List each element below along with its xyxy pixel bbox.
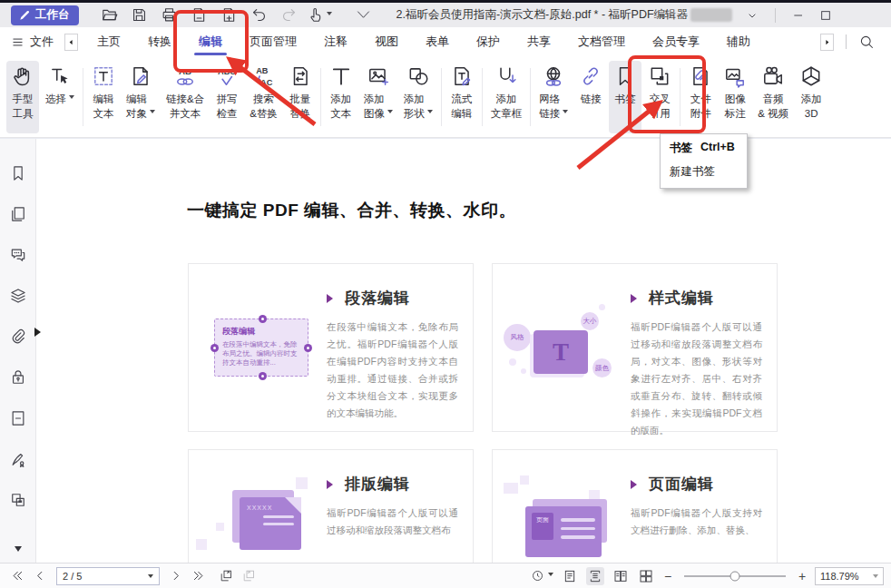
collapse-toolbar-button[interactable] [353, 5, 375, 26]
card-title: 样式编辑 [649, 288, 714, 309]
insert-pages-button[interactable] [219, 5, 240, 26]
tab-protect[interactable]: 保护 [463, 27, 514, 56]
panel-fields[interactable] [9, 491, 27, 509]
delete-pages-button[interactable] [189, 5, 211, 26]
open-file-button[interactable] [99, 5, 121, 26]
edit-object[interactable]: 编辑 对象 [122, 61, 160, 133]
bookmark-tooltip: 书签 Ctrl+B 新建书签 [660, 133, 748, 189]
continuous-facing-view-button[interactable] [637, 567, 655, 585]
hand-quick-button[interactable] [308, 5, 330, 26]
separator [482, 68, 483, 126]
dropdown-arrow-icon[interactable] [548, 573, 553, 579]
card-title: 页面编辑 [649, 474, 714, 495]
zoom-out-button[interactable]: − [662, 569, 673, 583]
card-body: 福昕PDF编辑器个人版可以通过移动和缩放段落调整文档布 [327, 505, 458, 539]
web-links[interactable]: 网络 链接 [534, 61, 573, 133]
edit-text[interactable]: 编辑 文本 [87, 61, 120, 133]
tab-view[interactable]: 视图 [361, 27, 412, 56]
tab-form[interactable]: 表单 [412, 27, 463, 56]
zoom-in-button[interactable]: + [797, 569, 808, 583]
tab-convert[interactable]: 转换 [134, 27, 185, 56]
bookmark-icon [9, 164, 27, 182]
add-text[interactable]: 添加 文本 [325, 61, 357, 133]
tooltip-title: 书签 [670, 141, 692, 156]
tab-member[interactable]: 会员专享 [639, 27, 713, 56]
minimize-button[interactable] [791, 8, 806, 23]
tab-edit[interactable]: 编辑 [185, 27, 236, 56]
ribbon-toolbar: 手型 工具 选择 编辑 文本 编辑 对象 AB 链接&合 并文本 ABC 拼写 … [0, 56, 891, 138]
tab-comment[interactable]: 注释 [310, 27, 361, 56]
print-icon [161, 6, 178, 24]
add-article-box[interactable]: 添加 文章框 [486, 61, 527, 133]
scroll-tabs-left-button[interactable] [64, 34, 78, 51]
account-chevron-down-icon[interactable] [745, 8, 759, 23]
file-attachment[interactable]: 文件 附件 [684, 61, 717, 133]
tab-home[interactable]: 主页 [83, 27, 134, 56]
batch-replace[interactable]: 批量 替换 [284, 61, 317, 133]
file-menu[interactable]: 文件 [0, 34, 61, 50]
undo-button[interactable] [249, 5, 270, 26]
single-page-view-button[interactable] [561, 567, 579, 585]
panel-comments[interactable] [9, 246, 27, 264]
add-shapes[interactable]: 添加 形状 [399, 61, 437, 133]
next-page-button[interactable] [169, 569, 182, 583]
panel-pages[interactable] [9, 205, 27, 223]
page-plus-icon [220, 6, 238, 24]
panel-destinations[interactable] [9, 409, 27, 427]
selection-handle-icon [259, 315, 267, 323]
page-number-box[interactable]: 2 / 5 [56, 567, 160, 585]
cross-reference[interactable]: 交叉 引用 [643, 61, 676, 133]
dropdown-arrow-icon [327, 12, 332, 18]
sidebar-expand-handle[interactable] [34, 328, 45, 337]
zoom-slider[interactable] [684, 575, 786, 577]
user-account-area[interactable] [690, 8, 732, 22]
tab-doc-manage[interactable]: 文档管理 [564, 27, 639, 56]
link[interactable]: 链接 [574, 61, 607, 133]
separator [530, 68, 531, 126]
image-annotation[interactable]: 图像 标注 [719, 61, 751, 133]
spell-check[interactable]: ABC 拼写 检查 [211, 61, 243, 133]
redo-button[interactable] [279, 5, 300, 26]
tab-share[interactable]: 共享 [514, 27, 564, 56]
tooltip-shortcut: Ctrl+B [700, 141, 735, 156]
select-icon [48, 63, 72, 90]
maximize-button[interactable] [818, 8, 833, 23]
workspace-button[interactable]: 工作台 [11, 5, 79, 25]
new-bookmark-menu-item[interactable]: 新建书签 [670, 164, 738, 180]
dropdown-arrow-icon [563, 110, 568, 116]
feature-card-paragraph-edit: 段落编辑 在段落中编辑文本，免除布局之忧。编辑内容时支持文本自动重排... 段落… [188, 263, 474, 432]
panel-bookmarks[interactable] [9, 164, 27, 182]
add-3d-icon [799, 63, 823, 90]
paragraph-edit-illustration: 段落编辑 在段落中编辑文本，免除布局之忧。编辑内容时支持文本自动重排... [189, 264, 325, 431]
zoom-level-box[interactable]: 118.79% [815, 567, 884, 585]
flow-edit[interactable]: 流式 编辑 [446, 61, 478, 133]
facing-view-button[interactable] [612, 567, 630, 585]
previous-view-button[interactable] [220, 569, 233, 583]
hand-tool[interactable]: 手型 工具 [6, 61, 39, 133]
add-image[interactable]: 添加 图像 [359, 61, 397, 133]
panel-security[interactable] [9, 368, 27, 387]
first-page-button[interactable] [11, 569, 24, 583]
tab-page-manage[interactable]: 页面管理 [236, 27, 310, 56]
bookmark[interactable]: 书签 [609, 61, 641, 133]
print-button[interactable] [159, 5, 181, 26]
select-tool[interactable]: 选择 [41, 61, 79, 133]
last-page-button[interactable] [191, 569, 205, 583]
link-merge-text[interactable]: AB 链接&合 并文本 [162, 61, 209, 133]
previous-page-button[interactable] [34, 569, 47, 583]
search-icon[interactable] [858, 34, 875, 50]
scroll-tabs-right-button[interactable] [820, 34, 834, 51]
save-button[interactable] [129, 5, 151, 26]
panel-layers[interactable] [9, 287, 27, 305]
continuous-view-button[interactable] [586, 567, 604, 585]
sidebar-more-icon[interactable] [15, 546, 22, 555]
audio-video[interactable]: 音频 & 视频 [753, 61, 793, 133]
auto-scroll-button[interactable] [531, 569, 544, 583]
add-3d[interactable]: 添加 3D [795, 61, 827, 133]
search-replace[interactable]: ABAC 搜索 &替换 [245, 61, 282, 133]
zoom-slider-knob[interactable] [730, 571, 740, 581]
tab-assist[interactable]: 辅助 [713, 27, 764, 56]
panel-attachments[interactable] [9, 328, 27, 346]
next-view-button[interactable] [242, 569, 256, 583]
panel-signatures[interactable] [9, 450, 27, 468]
